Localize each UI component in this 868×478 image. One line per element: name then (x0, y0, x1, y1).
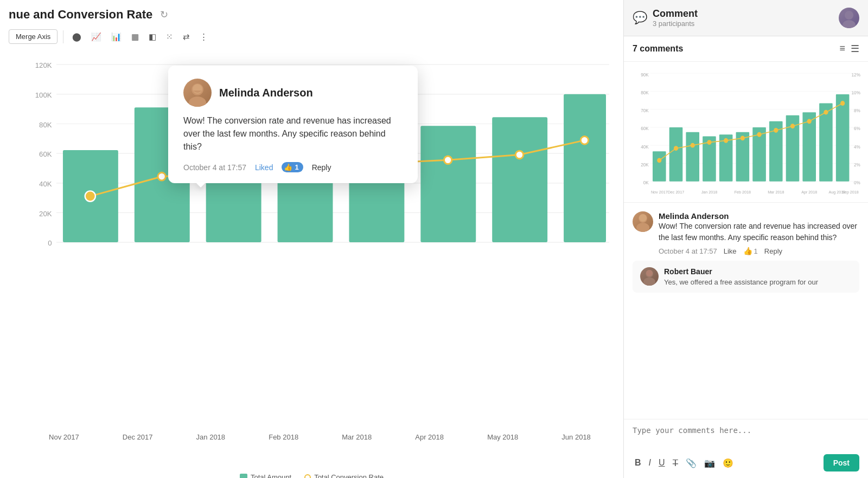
merge-axis-button[interactable]: Merge Axis (9, 29, 58, 44)
align-icon[interactable]: ☰ (851, 43, 859, 55)
comment-meta: October 4 at 17:57 Like 👍 1 Reply (659, 247, 859, 255)
comment-panel-icon: 💬 (633, 11, 647, 25)
comment-input[interactable] (633, 426, 859, 448)
tooltip-liked-button[interactable]: Liked (255, 163, 273, 172)
comment-like-badge: 👍 1 (743, 247, 758, 255)
chart-type-combo[interactable]: ◧ (145, 30, 159, 44)
mini-chart: 12% 10% 8% 6% 4% 2% 0% 90K 80K 70K 60K 4… (624, 62, 868, 203)
svg-point-76 (774, 128, 778, 133)
comment-panel: 💬 Comment 3 participants 7 comments ≡ ☰ (624, 0, 868, 478)
svg-point-23 (158, 172, 165, 180)
svg-rect-68 (836, 94, 850, 182)
svg-point-73 (724, 138, 728, 143)
svg-text:90K: 90K (641, 72, 649, 77)
chart-more-options[interactable]: ⋮ (196, 30, 211, 44)
x-label-nov: Nov 2017 (49, 433, 79, 441)
format-bold[interactable]: B (633, 456, 643, 470)
svg-point-78 (807, 119, 812, 124)
tooltip-reply-button[interactable]: Reply (312, 163, 331, 172)
chart-title: nue and Conversion Rate (9, 8, 152, 22)
chart-type-grouped-bar[interactable]: ▦ (128, 30, 142, 44)
svg-point-72 (707, 140, 711, 145)
svg-point-71 (691, 143, 695, 148)
comment-content: Melinda Anderson Wow! The conversion rat… (659, 211, 859, 255)
svg-text:6%: 6% (854, 126, 860, 131)
panel-user-avatar (839, 8, 859, 28)
svg-point-80 (840, 101, 845, 106)
svg-text:0: 0 (48, 239, 52, 247)
x-label-jun: Jun 2018 (561, 433, 591, 441)
svg-text:100K: 100K (35, 91, 52, 99)
svg-text:60K: 60K (39, 150, 52, 158)
comment-avatar-melinda (633, 211, 653, 232)
panel-title-text: Comment 3 participants (653, 8, 698, 28)
chart-type-bar[interactable]: 📊 (108, 30, 125, 44)
svg-text:4%: 4% (854, 144, 860, 149)
legend-conversion-rate: Total Conversion Rate (304, 473, 384, 478)
svg-text:80K: 80K (39, 121, 52, 129)
chart-area: 120K 100K 80K 60K 40K 20K 0 (0, 49, 623, 469)
refresh-icon[interactable]: ↻ (160, 9, 168, 21)
format-attach[interactable]: 📎 (684, 456, 699, 470)
panel-header: 💬 Comment 3 participants (624, 0, 868, 36)
tooltip-author: Melinda Anderson (219, 87, 313, 99)
comment-author: Melinda Anderson (659, 211, 859, 221)
format-emoji[interactable]: 🙂 (720, 456, 736, 470)
format-italic[interactable]: I (647, 456, 653, 470)
comment-like-button[interactable]: Like (724, 247, 737, 255)
hamburger-icon[interactable]: ≡ (839, 43, 845, 55)
svg-text:8%: 8% (854, 108, 860, 113)
legend-amount-color (240, 474, 247, 478)
svg-text:12%: 12% (852, 72, 861, 77)
x-label-feb: Feb 2018 (269, 433, 298, 441)
format-strikethrough[interactable]: T̶ (671, 456, 680, 470)
svg-text:Apr 2018: Apr 2018 (801, 190, 817, 195)
svg-text:10%: 10% (852, 90, 861, 95)
svg-text:Mar 2018: Mar 2018 (768, 190, 784, 195)
svg-text:120K: 120K (35, 61, 52, 69)
comment-toolbar: B I U T̶ 📎 📷 🙂 Post (633, 454, 859, 471)
svg-point-34 (845, 11, 853, 20)
x-label-may: May 2018 (487, 433, 518, 441)
comment-time: October 4 at 17:57 (659, 247, 717, 255)
x-label-dec: Dec 2017 (123, 433, 153, 441)
svg-text:40K: 40K (641, 144, 649, 149)
chart-type-flip[interactable]: ⇄ (180, 30, 193, 44)
chart-header: nue and Conversion Rate ↻ (0, 0, 623, 27)
comment-tooltip: Melinda Anderson Wow! The conversion rat… (168, 66, 418, 183)
svg-rect-21 (564, 94, 606, 242)
comment-like-count: 1 (754, 247, 758, 255)
comment-reply-button[interactable]: Reply (764, 247, 782, 255)
chart-toolbar: Merge Axis ⬤ 📈 📊 ▦ ◧ ⁙ ⇄ ⋮ (0, 27, 623, 49)
svg-rect-57 (653, 151, 666, 181)
format-underline[interactable]: U (656, 456, 667, 470)
x-label-mar: Mar 2018 (342, 433, 372, 441)
legend-total-amount: Total Amount (240, 473, 291, 478)
format-buttons: B I U T̶ 📎 📷 🙂 (633, 456, 736, 470)
post-button[interactable]: Post (824, 454, 859, 471)
comment-thumb-icon: 👍 (743, 247, 752, 255)
svg-point-74 (741, 135, 745, 140)
format-camera[interactable]: 📷 (702, 456, 717, 470)
comments-list: Melinda Anderson Wow! The conversion rat… (624, 203, 868, 419)
comment-item: Melinda Anderson Wow! The conversion rat… (633, 211, 859, 293)
svg-point-75 (757, 132, 761, 137)
reply-text: Yes, we offered a free assistance progra… (664, 278, 852, 286)
svg-text:0%: 0% (854, 180, 860, 185)
comment-text: Wow! The conversion rate and revenue has… (659, 221, 859, 243)
svg-point-90 (636, 223, 649, 232)
comments-count: 7 comments (633, 44, 683, 54)
svg-point-70 (674, 146, 678, 151)
chart-type-line[interactable]: 📈 (88, 30, 105, 44)
svg-point-94 (646, 270, 653, 276)
comment-item-header: Melinda Anderson Wow! The conversion rat… (633, 211, 859, 255)
tooltip-header: Melinda Anderson (183, 79, 403, 107)
tooltip-time: October 4 at 17:57 (183, 163, 246, 172)
svg-rect-20 (492, 117, 547, 242)
svg-text:0K: 0K (643, 180, 649, 185)
chart-type-scatter[interactable]: ⁙ (163, 30, 176, 44)
x-label-jan: Jan 2018 (196, 433, 226, 441)
reply-author: Robert Bauer (664, 267, 852, 276)
chart-type-pie[interactable]: ⬤ (69, 30, 85, 44)
svg-text:60K: 60K (641, 126, 649, 131)
